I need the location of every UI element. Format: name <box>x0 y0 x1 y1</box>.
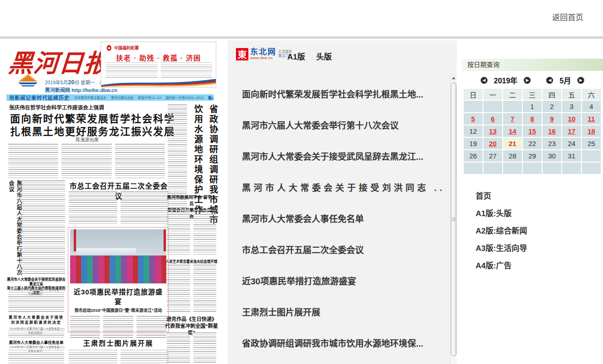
scrollbar-up-arrow-icon[interactable] <box>450 74 457 81</box>
calendar-date-cell: 29 <box>523 150 542 162</box>
article-link[interactable]: 王肃烈士图片展开展 <box>242 308 445 317</box>
calendar-empty-cell <box>562 163 581 174</box>
tourism-headline: 近30项惠民举措打造旅游盛宴 <box>70 287 166 306</box>
newspaper-info-bar: 用新闻记录时代延续历史 中共黑河市委主管主办 黑河日报社出版 邮发代号13—14… <box>6 94 214 101</box>
calendar-date-cell: 25 <box>582 138 601 149</box>
calendar-date-cell[interactable]: 11 <box>582 113 601 125</box>
article-link[interactable]: 黑河市人大常委会关于接受刘洪同志 ... <box>242 183 445 193</box>
calendar-weekday: 日 <box>464 89 482 100</box>
article-link[interactable]: 近30项惠民举措打造旅游盛宴 <box>242 277 445 286</box>
calendar-date-link[interactable]: 16 <box>548 127 556 135</box>
calendar-date-link[interactable]: 13 <box>489 127 497 135</box>
calendar-date-link[interactable]: 5 <box>471 115 475 123</box>
calendar-date-cell[interactable]: 6 <box>483 113 502 125</box>
dbw-site-logo[interactable]: 東 东北网 www.dbw.cn 主流媒体 龙江门户 <box>236 48 292 60</box>
back-home-link[interactable]: 返回首页 <box>552 11 583 22</box>
calendar-date-cell[interactable]: 17 <box>562 125 581 137</box>
calendar-empty-cell <box>523 163 542 174</box>
calendar-empty-cell <box>464 101 482 112</box>
newspaper-page-image[interactable]: 黑河日报 2019年5月20日 星期一 己亥猪年四月十六 黑河新闻网 http:… <box>4 40 219 364</box>
nav-link-a2[interactable]: A2版:综合新闻 <box>476 223 527 240</box>
nav-link-a1[interactable]: A1版:头版 <box>476 205 527 223</box>
calendar-date-cell[interactable]: 13 <box>483 125 502 137</box>
calendar-date-link[interactable]: 11 <box>588 115 595 123</box>
calendar-date-cell[interactable]: 10 <box>562 113 581 125</box>
appointment-body-text <box>8 350 64 364</box>
list-scrollbar[interactable] <box>450 73 457 364</box>
lead-byline: 陈海波出席 <box>10 136 164 143</box>
wangsu-body-text <box>69 350 169 364</box>
article-link[interactable]: 面向新时代繁荣发展哲学社会科学扎根黑土地... <box>242 90 445 99</box>
calendar-date-cell: 4 <box>582 101 601 112</box>
calendar-date-cell: 1 <box>523 101 542 112</box>
calendar-date-cell[interactable]: 8 <box>523 113 542 125</box>
calendar-date-cell: 22 <box>523 138 542 149</box>
calendar-date-cell[interactable]: 16 <box>543 125 561 137</box>
calendar-empty-cell <box>503 163 522 174</box>
calendar-weekday: 三 <box>523 89 542 100</box>
article-link[interactable]: 黑河市六届人大常委会举行第十八次会议 <box>242 121 445 130</box>
lottery-ad-box: 中国福利彩票 扶老 · 助残 · 救孤 · 济困 <box>101 42 216 87</box>
ad-swoosh-graphic <box>101 78 216 87</box>
union-body-text <box>69 191 169 224</box>
calendar-date-cell[interactable]: 20 <box>483 138 502 149</box>
prev-month-icon[interactable]: ◀ <box>546 77 553 84</box>
calendar-date-link[interactable]: 8 <box>530 115 534 123</box>
nav-link-a3[interactable]: A3版:生活向导 <box>476 240 527 257</box>
dbw-logo-name: 东北网 <box>250 48 276 56</box>
calendar-empty-cell <box>582 150 601 162</box>
lottery-slogan: 扶老 · 助残 · 救孤 · 济困 <box>101 53 216 62</box>
prev-year-icon[interactable]: ◀ <box>481 77 488 84</box>
calendar-date-cell: 19 <box>464 138 482 149</box>
tab-page-name[interactable]: 头版 <box>316 50 332 62</box>
calendar-date-link[interactable]: 7 <box>510 115 514 123</box>
calendar-date-link[interactable]: 15 <box>528 127 536 135</box>
calendar-panel-title: 按日期查询 <box>462 59 603 71</box>
article-list-panel: 東 东北网 www.dbw.cn 主流媒体 龙江门户 A1版 头版 面向新时代繁… <box>228 40 457 364</box>
calendar-weekday: 四 <box>543 89 561 100</box>
china-welfare-lottery-icon <box>106 44 112 51</box>
calendar-empty-cell <box>543 163 561 174</box>
nav-link-home[interactable]: 首页 <box>476 188 527 205</box>
wangsu-headline: 王肃烈士图片展开展 <box>72 338 164 348</box>
decision-body-text <box>8 292 64 313</box>
calendar-date-cell[interactable]: 18 <box>582 125 601 137</box>
calendar-empty-cell <box>483 163 502 174</box>
calendar-date-cell: 26 <box>464 150 482 162</box>
appointment-headline: 黑河市人大常委会人事任免名单 <box>6 339 66 345</box>
next-month-icon[interactable]: ▶ <box>577 77 584 84</box>
page: 返回首页 黑河日报 2019年5月20日 星期一 己亥猪年四月十六 黑河新闻网 … <box>0 0 603 364</box>
calendar-weekday: 五 <box>562 89 581 100</box>
calendar-date-cell[interactable]: 5 <box>464 113 482 125</box>
article-link[interactable]: 市总工会召开五届二次全委会议 <box>242 245 445 255</box>
xunke-body-text <box>167 332 216 364</box>
calendar-empty-cell <box>503 101 522 112</box>
calendar-date-cell[interactable]: 15 <box>523 125 542 137</box>
calendar-date-link[interactable]: 17 <box>568 127 576 135</box>
calendar-weekday: 六 <box>582 89 601 100</box>
article-link[interactable]: 省政协调研组调研我市城市饮用水源地环境保... <box>242 339 445 348</box>
calendar-date-link[interactable]: 20 <box>489 140 497 147</box>
calendar-date-cell: 24 <box>562 138 581 149</box>
calendar-weekday: 二 <box>503 89 522 100</box>
calendar-empty-cell <box>582 163 601 174</box>
calendar-date-link[interactable]: 6 <box>491 115 494 123</box>
tab-page-a1[interactable]: A1版 <box>287 50 305 62</box>
article-link[interactable]: 黑河市人大常委会关于接受武凤呈辞去黑龙江... <box>242 152 445 162</box>
dbw-logo-mark-icon: 東 <box>236 48 248 60</box>
scrollbar-thumb[interactable] <box>451 82 456 356</box>
calendar-date-link[interactable]: 18 <box>587 127 595 135</box>
calendar-date-cell: 21 <box>503 138 522 149</box>
newspaper-logo-icon <box>17 74 38 90</box>
calendar-date-link[interactable]: 10 <box>568 115 576 123</box>
next-year-icon[interactable]: ▶ <box>524 77 531 84</box>
article-link[interactable]: 黑河市人大常委会人事任免名单 <box>242 214 445 224</box>
nav-link-a4[interactable]: A4版:广告 <box>476 257 527 275</box>
calendar-date-link[interactable]: 14 <box>509 127 516 135</box>
calendar-date-cell[interactable]: 9 <box>543 113 561 125</box>
calendar-date-cell[interactable]: 14 <box>503 125 522 137</box>
calendar-navigation: ◀ 2019年 ▶ ◀ 5月 ▶ <box>462 74 603 86</box>
calendar-date-cell[interactable]: 7 <box>503 113 522 125</box>
calendar-empty-cell <box>464 163 482 174</box>
calendar-date-link[interactable]: 9 <box>550 115 554 123</box>
